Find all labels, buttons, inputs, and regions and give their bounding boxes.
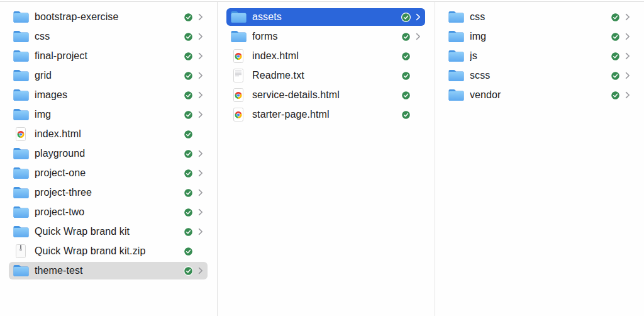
chrome-html-file-icon [13, 127, 29, 141]
blue-folder-icon [13, 69, 29, 82]
blue-folder-icon [13, 225, 29, 238]
blue-folder-icon [13, 50, 29, 62]
green-check-badge-icon [184, 130, 193, 139]
blue-folder-icon [448, 30, 464, 43]
folder-row[interactable]: images [9, 86, 208, 104]
green-check-badge-icon [184, 247, 193, 256]
chevron-right-icon [198, 13, 203, 21]
green-check-badge-icon [184, 52, 193, 61]
green-check-badge-icon [184, 91, 193, 100]
green-check-badge-icon [184, 188, 193, 198]
folder-row[interactable]: img [444, 28, 635, 45]
chrome-html-file-icon [230, 108, 247, 121]
chrome-html-file-icon [230, 49, 247, 63]
blue-folder-icon [13, 186, 29, 199]
blue-folder-icon [13, 11, 29, 23]
folder-row[interactable]: css [444, 8, 635, 26]
file-row[interactable]: service-details.html [226, 86, 425, 104]
folder-row[interactable]: project-one [9, 164, 208, 182]
blue-folder-icon [13, 147, 29, 160]
green-check-badge-icon [184, 169, 193, 178]
folder-row[interactable]: final-project [9, 47, 208, 65]
green-check-badge-icon [611, 13, 620, 22]
blue-folder-icon [448, 89, 464, 101]
green-check-badge-icon [184, 266, 193, 276]
finder-column-2[interactable]: assets forms [218, 2, 435, 316]
folder-row[interactable]: project-two [9, 203, 208, 221]
chevron-right-icon [198, 267, 203, 274]
file-row[interactable]: Quick Wrap brand kit.zip [9, 242, 208, 260]
chevron-right-icon [416, 13, 421, 21]
chevron-right-icon [198, 169, 203, 177]
folder-row[interactable]: forms [226, 28, 425, 45]
folder-row[interactable]: grid [9, 67, 208, 84]
file-row[interactable]: starter-page.html [226, 106, 425, 123]
blue-folder-icon [13, 167, 29, 179]
green-check-badge-icon [184, 149, 193, 159]
green-check-badge-icon [401, 52, 411, 61]
finder-column-3[interactable]: css img [435, 2, 644, 316]
folder-row[interactable]: Quick Wrap brand kit [9, 223, 208, 240]
green-check-badge-icon [611, 32, 620, 42]
green-check-badge-icon [184, 208, 193, 217]
chevron-right-icon [625, 72, 630, 79]
finder-column-1[interactable]: bootstrap-exercise css [0, 2, 217, 316]
chevron-right-icon [625, 91, 630, 99]
chevron-right-icon [625, 33, 630, 40]
folder-row[interactable]: project-three [9, 184, 208, 201]
file-row[interactable]: index.html [9, 125, 208, 143]
chevron-right-icon [198, 189, 203, 196]
blue-folder-icon [13, 30, 29, 43]
green-check-badge-icon [184, 71, 193, 81]
green-check-badge-icon [184, 13, 193, 22]
green-check-badge-icon [184, 32, 193, 42]
blue-folder-icon [448, 69, 464, 82]
chevron-right-icon [198, 208, 203, 216]
plain-text-file-icon [230, 69, 247, 82]
chevron-right-icon [198, 72, 203, 79]
blue-folder-icon [13, 108, 29, 121]
folder-row[interactable]: theme-test [9, 262, 208, 279]
zip-archive-icon [13, 244, 29, 258]
folder-row[interactable]: js [444, 47, 635, 65]
folder-row[interactable]: vendor [444, 86, 635, 104]
chevron-right-icon [198, 33, 203, 40]
folder-row[interactable]: bootstrap-exercise [9, 8, 208, 26]
folder-row[interactable]: scss [444, 67, 635, 84]
green-check-badge-icon [611, 52, 620, 61]
blue-folder-icon [230, 11, 247, 23]
green-check-badge-icon [401, 71, 411, 81]
folder-row[interactable]: css [9, 28, 208, 45]
chevron-right-icon [625, 52, 630, 60]
chevron-right-icon [625, 13, 630, 21]
blue-folder-icon [448, 50, 464, 62]
finder-column-view: bootstrap-exercise css [0, 1, 644, 316]
chrome-html-file-icon [230, 88, 247, 102]
chevron-right-icon [198, 150, 203, 157]
green-check-badge-icon [401, 91, 411, 100]
chevron-right-icon [416, 33, 421, 40]
blue-folder-icon [448, 11, 464, 23]
green-check-badge-icon [611, 71, 620, 81]
blue-folder-icon [13, 206, 29, 218]
blue-folder-icon [13, 264, 29, 277]
green-check-badge-icon [401, 32, 411, 42]
folder-row[interactable]: assets [226, 8, 425, 26]
file-row[interactable]: Readme.txt [226, 67, 425, 84]
chevron-right-icon [198, 52, 203, 60]
green-check-badge-icon [184, 227, 193, 237]
chevron-right-icon [198, 111, 203, 118]
file-row[interactable]: index.html [226, 47, 425, 65]
green-check-badge-icon [611, 91, 620, 100]
green-check-badge-icon [184, 110, 193, 120]
chevron-right-icon [198, 91, 203, 99]
chevron-right-icon [198, 228, 203, 235]
folder-row[interactable]: playground [9, 145, 208, 162]
green-check-badge-icon [401, 13, 411, 22]
blue-folder-icon [13, 89, 29, 101]
blue-folder-icon [230, 30, 247, 43]
green-check-badge-icon [401, 110, 411, 120]
folder-row[interactable]: img [9, 106, 208, 123]
